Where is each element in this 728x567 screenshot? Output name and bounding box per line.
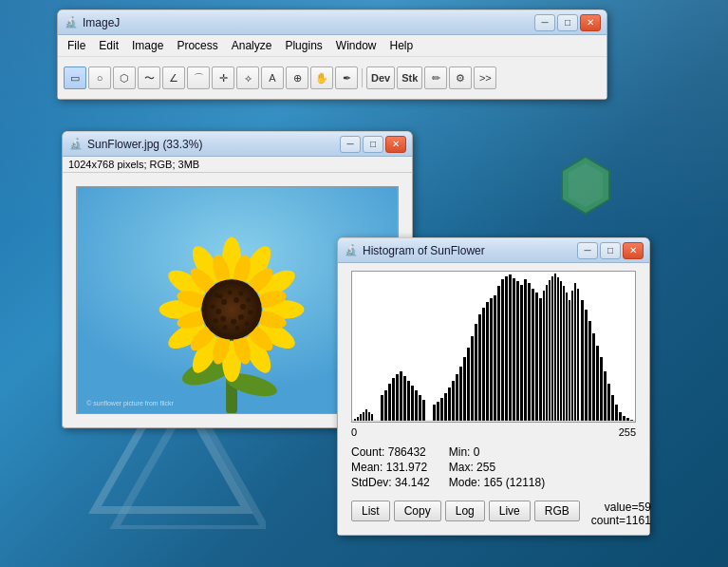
svg-rect-71 bbox=[422, 400, 425, 421]
tool-gear[interactable]: ⚙ bbox=[449, 66, 472, 89]
live-button[interactable]: Live bbox=[489, 501, 531, 521]
svg-rect-101 bbox=[543, 291, 545, 421]
svg-rect-85 bbox=[482, 308, 485, 421]
svg-rect-59 bbox=[371, 414, 373, 421]
svg-point-49 bbox=[211, 304, 215, 309]
svg-rect-120 bbox=[604, 371, 607, 421]
svg-rect-115 bbox=[585, 310, 588, 421]
sunflower-close-button[interactable]: ✕ bbox=[385, 136, 406, 153]
svg-rect-79 bbox=[459, 367, 462, 421]
svg-rect-122 bbox=[611, 395, 614, 421]
imagej-close-button[interactable]: ✕ bbox=[580, 14, 601, 31]
svg-rect-56 bbox=[363, 412, 364, 421]
imagej-icon: 🔬 bbox=[64, 15, 79, 30]
svg-rect-112 bbox=[574, 283, 576, 421]
svg-rect-60 bbox=[381, 395, 383, 421]
svg-rect-111 bbox=[571, 291, 573, 421]
rgb-button[interactable]: RGB bbox=[534, 501, 580, 521]
histogram-stats: Count: 786432 Mean: 131.972 StdDev: 34.1… bbox=[347, 445, 640, 489]
svg-point-48 bbox=[214, 318, 218, 323]
svg-point-41 bbox=[228, 291, 233, 295]
svg-point-36 bbox=[238, 314, 244, 320]
svg-rect-72 bbox=[433, 405, 436, 421]
tool-text[interactable]: A bbox=[261, 66, 284, 89]
svg-point-39 bbox=[215, 309, 221, 314]
tool-freehand[interactable]: 〜 bbox=[138, 66, 160, 89]
svg-point-31 bbox=[201, 279, 261, 339]
tool-segmented[interactable]: ⌒ bbox=[187, 66, 210, 89]
histogram-maximize-button[interactable]: □ bbox=[600, 242, 621, 259]
menu-process[interactable]: Process bbox=[171, 37, 223, 54]
value-label: value=59 bbox=[591, 501, 651, 514]
sunflower-maximize-button[interactable]: □ bbox=[363, 136, 383, 153]
tool-magnify[interactable]: ⊕ bbox=[286, 66, 308, 89]
histogram-axis-min: 0 bbox=[351, 426, 357, 438]
svg-rect-98 bbox=[532, 289, 534, 421]
svg-rect-86 bbox=[486, 302, 489, 421]
svg-rect-90 bbox=[501, 279, 504, 421]
sunflower-titlebar[interactable]: 🔬 SunFlower.jpg (33.3%) ─ □ ✕ bbox=[63, 132, 412, 157]
imagej-main-window: 🔬 ImageJ ─ □ ✕ File Edit Image Process A… bbox=[57, 9, 607, 100]
log-button[interactable]: Log bbox=[445, 501, 485, 521]
imagej-titlebar[interactable]: 🔬 ImageJ ─ □ ✕ bbox=[58, 10, 607, 35]
svg-rect-74 bbox=[440, 398, 443, 421]
tool-dropper[interactable]: ✒ bbox=[335, 66, 358, 89]
histogram-close-button[interactable]: ✕ bbox=[623, 242, 644, 259]
tool-stk[interactable]: Stk bbox=[397, 66, 422, 89]
min-stat: Min: 0 bbox=[449, 445, 545, 459]
tool-oval[interactable]: ○ bbox=[88, 66, 111, 89]
menu-plugins[interactable]: Plugins bbox=[279, 37, 327, 54]
menu-edit[interactable]: Edit bbox=[93, 37, 124, 54]
svg-point-46 bbox=[235, 326, 240, 331]
copy-button[interactable]: Copy bbox=[394, 501, 441, 521]
tool-polygon[interactable]: ⬡ bbox=[113, 66, 136, 89]
histogram-titlebar[interactable]: 🔬 Histogram of SunFlower ─ □ ✕ bbox=[338, 238, 649, 263]
menu-analyze[interactable]: Analyze bbox=[226, 37, 278, 54]
svg-rect-55 bbox=[360, 414, 362, 421]
menu-window[interactable]: Window bbox=[330, 37, 383, 54]
svg-point-50 bbox=[215, 293, 219, 298]
menu-help[interactable]: Help bbox=[384, 37, 420, 54]
tool-angle[interactable]: ∠ bbox=[162, 66, 185, 89]
svg-rect-92 bbox=[509, 274, 512, 421]
svg-text:© sunflower picture from flick: © sunflower picture from flickr bbox=[86, 400, 174, 407]
tool-crosshair[interactable]: ✛ bbox=[212, 66, 234, 89]
sunflower-icon: 🔬 bbox=[68, 137, 84, 152]
tool-wand[interactable]: ⟡ bbox=[236, 66, 259, 89]
histogram-window: 🔬 Histogram of SunFlower ─ □ ✕ bbox=[337, 237, 650, 536]
svg-rect-105 bbox=[554, 274, 556, 421]
svg-rect-83 bbox=[475, 324, 477, 421]
tool-pencil[interactable]: ✏ bbox=[424, 66, 447, 89]
svg-rect-104 bbox=[551, 276, 553, 421]
stddev-stat: StdDev: 34.142 bbox=[351, 476, 430, 489]
svg-rect-64 bbox=[396, 374, 399, 421]
menu-file[interactable]: File bbox=[62, 37, 91, 54]
list-button[interactable]: List bbox=[351, 501, 390, 521]
tool-hand[interactable]: ✋ bbox=[310, 66, 333, 89]
svg-rect-69 bbox=[415, 390, 418, 421]
histogram-title: Histogram of SunFlower bbox=[363, 244, 577, 257]
imagej-minimize-button[interactable]: ─ bbox=[534, 14, 555, 31]
svg-point-35 bbox=[240, 304, 246, 310]
svg-point-44 bbox=[248, 310, 252, 314]
sunflower-minimize-button[interactable]: ─ bbox=[340, 136, 361, 153]
svg-rect-106 bbox=[557, 277, 559, 421]
histogram-icon: 🔬 bbox=[344, 243, 359, 258]
svg-point-34 bbox=[233, 297, 239, 303]
toolbar-separator-1 bbox=[362, 68, 363, 87]
imagej-toolbar: ▭ ○ ⬡ 〜 ∠ ⌒ ✛ ⟡ A ⊕ ✋ ✒ Dev Stk ✏ ⚙ >> bbox=[58, 57, 607, 99]
tool-rectangle[interactable]: ▭ bbox=[64, 66, 86, 89]
svg-point-38 bbox=[220, 316, 226, 322]
tool-dev[interactable]: Dev bbox=[366, 66, 395, 89]
mean-stat: Mean: 131.972 bbox=[351, 461, 430, 474]
tool-more[interactable]: >> bbox=[474, 66, 496, 89]
svg-rect-119 bbox=[600, 357, 603, 421]
count-label: count=1161 bbox=[591, 514, 651, 527]
histogram-minimize-button[interactable]: ─ bbox=[577, 242, 598, 259]
svg-rect-84 bbox=[478, 314, 481, 421]
menu-image[interactable]: Image bbox=[126, 37, 169, 54]
svg-rect-66 bbox=[403, 376, 406, 421]
svg-rect-100 bbox=[539, 298, 542, 421]
imagej-maximize-button[interactable]: □ bbox=[557, 14, 578, 31]
imagej-menubar: File Edit Image Process Analyze Plugins … bbox=[58, 35, 607, 57]
